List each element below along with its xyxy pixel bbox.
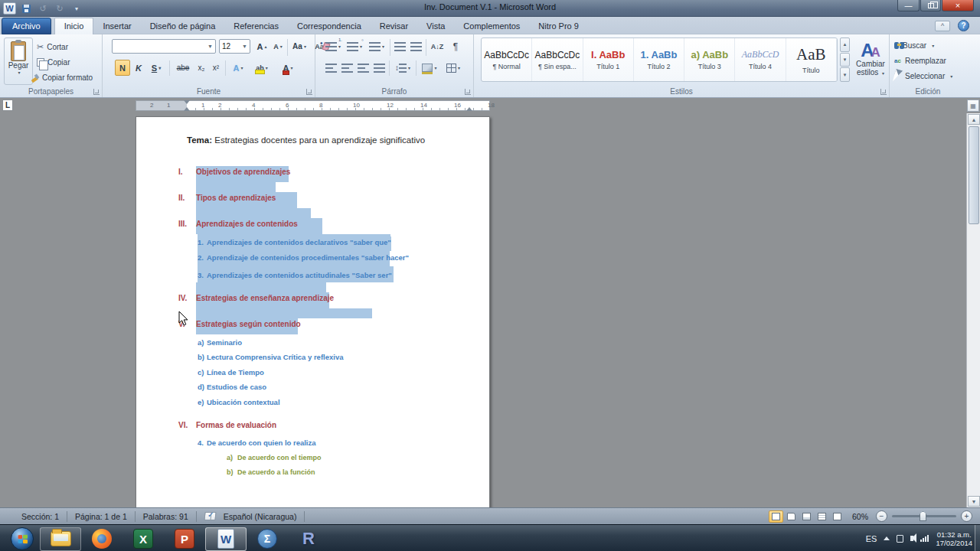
tab-archivo[interactable]: Archivo [2, 18, 51, 34]
gallery-more-icon[interactable]: ▼ [840, 67, 850, 82]
tab-dise-o-de-p-gina[interactable]: Diseño de página [141, 18, 225, 34]
shading-button[interactable]: ▾ [419, 60, 440, 76]
cut-button[interactable]: Cortar [37, 40, 68, 54]
first-line-indent-marker[interactable] [184, 100, 190, 104]
minimize-button[interactable]: — [897, 0, 920, 11]
copy-button[interactable]: Copiar [37, 55, 70, 69]
vertical-scrollbar[interactable]: ▲ ▼ [966, 113, 980, 507]
status-word-count[interactable]: Palabras: 91 [143, 512, 188, 521]
restore-button[interactable] [920, 0, 941, 11]
tab-complementos[interactable]: Complementos [454, 18, 529, 34]
action-center-icon[interactable] [897, 535, 903, 543]
tray-expand-icon[interactable] [884, 536, 890, 540]
scroll-up-icon[interactable]: ▲ [968, 114, 980, 125]
outline-item[interactable]: 3.Aprendizajes de contenidos actitudinal… [136, 271, 489, 283]
line-spacing-button[interactable]: ↕▾ [392, 60, 413, 76]
ruler-toggle-button[interactable]: ▦ [967, 99, 979, 112]
underline-button[interactable]: S▾ [146, 60, 166, 76]
bold-button[interactable]: N [115, 60, 130, 76]
gallery-down-icon[interactable]: ▼ [840, 53, 850, 67]
style-t-tulo-2[interactable]: 1. AaBbTítulo 2 [634, 38, 684, 81]
multilevel-list-button[interactable]: ▾ [366, 38, 387, 54]
clipboard-dialog-launcher-icon[interactable] [93, 89, 100, 95]
outline-item[interactable]: b)Lectura Comprensiva Crítica y reflexiv… [136, 353, 489, 365]
right-indent-marker[interactable] [466, 107, 472, 111]
outline-item[interactable]: III.Aprendizajes de contenidos [136, 220, 489, 232]
tab-inicio[interactable]: Inicio [54, 18, 94, 34]
strikethrough-button[interactable]: abe [172, 60, 194, 76]
document-title[interactable]: Tema: Estrategias docentes para un apren… [187, 135, 425, 145]
taskbar-excel-icon[interactable]: X [122, 527, 164, 551]
volume-icon[interactable] [910, 536, 913, 541]
language-indicator[interactable]: ES [866, 534, 877, 543]
align-center-button[interactable] [339, 60, 354, 76]
align-right-button[interactable] [355, 60, 371, 76]
change-case-button[interactable]: Aa▾ [289, 38, 309, 54]
collapse-ribbon-icon[interactable]: ^ [935, 21, 950, 31]
paste-button[interactable]: Pegar ▾ [4, 37, 33, 85]
scroll-down-icon[interactable]: ▼ [968, 496, 980, 507]
paragraph-dialog-launcher-icon[interactable] [465, 89, 471, 95]
outline-item[interactable]: c)Línea de Tiempo [136, 368, 489, 380]
taskbar-firefox-icon[interactable] [81, 527, 122, 551]
outline-item[interactable]: a)De acuerdo con el tiempo [136, 454, 489, 466]
close-button[interactable]: × [942, 0, 974, 11]
sort-button[interactable]: A↓Z [428, 38, 446, 54]
change-styles-button[interactable]: AA Cambiar estilos ▾ [854, 37, 887, 82]
style-sin-espa[interactable]: AaBbCcDc¶ Sin espa... [532, 38, 583, 81]
style-normal[interactable]: AaBbCcDc¶ Normal [482, 38, 532, 81]
outline-item[interactable]: e)Ubicación contextual [136, 398, 489, 410]
outline-item[interactable]: 4.De acuerdo con quien lo realiza [136, 439, 489, 451]
text-effects-button[interactable]: A▾ [228, 60, 248, 76]
tab-vista[interactable]: Vista [417, 18, 454, 34]
justify-button[interactable] [371, 60, 387, 76]
status-language[interactable]: Español (Nicaragua) [224, 512, 297, 521]
select-button[interactable]: Seleccionar▾ [894, 70, 952, 83]
taskbar-word-icon[interactable]: W [205, 527, 247, 551]
taskbar-explorer-icon[interactable] [40, 527, 81, 551]
taskbar-r-icon[interactable]: R [288, 527, 329, 551]
format-painter-button[interactable]: Copiar formato [31, 70, 93, 84]
taskbar-powerpoint-icon[interactable]: P [164, 527, 205, 551]
view-draft-button[interactable] [830, 510, 844, 523]
text-highlight-button[interactable]: ab▾ [250, 60, 273, 76]
show-desktop-button[interactable] [975, 525, 980, 551]
tab-revisar[interactable]: Revisar [371, 18, 417, 34]
scrollbar-thumb[interactable] [969, 126, 979, 224]
align-left-button[interactable] [323, 60, 338, 76]
show-marks-button[interactable]: ¶ [448, 38, 463, 54]
horizontal-ruler[interactable]: 21124681012141618 [136, 100, 490, 111]
zoom-slider-thumb[interactable] [920, 511, 926, 521]
tab-stop-selector[interactable]: L [2, 99, 13, 111]
find-button[interactable]: Buscar▾ [894, 39, 934, 52]
taskbar-clock[interactable]: 01:32 a.m. 17/02/2014 [936, 530, 972, 547]
gallery-up-icon[interactable]: ▲ [840, 37, 850, 52]
increase-indent-button[interactable] [408, 38, 423, 54]
spellcheck-icon[interactable] [204, 512, 216, 520]
zoom-out-icon[interactable]: − [876, 510, 887, 522]
grow-font-button[interactable]: A▴ [254, 38, 270, 54]
tab-insertar[interactable]: Insertar [93, 18, 140, 34]
outline-item[interactable]: I.Objetivos de aprendizajes [136, 168, 489, 180]
style-t-tulo-4[interactable]: AaBbCcDTítulo 4 [735, 38, 786, 81]
superscript-button[interactable]: x² [209, 60, 223, 76]
tab-correspondencia[interactable]: Correspondencia [288, 18, 371, 34]
font-dialog-launcher-icon[interactable] [306, 89, 312, 95]
shrink-font-button[interactable]: A▾ [270, 38, 286, 54]
zoom-in-icon[interactable]: + [961, 510, 972, 522]
style-t-tulo-3[interactable]: a) AaBbTítulo 3 [684, 38, 735, 81]
outline-item[interactable]: b)De acuerdo a la función [136, 468, 489, 481]
styles-dialog-launcher-icon[interactable] [880, 89, 887, 95]
start-button[interactable] [5, 527, 40, 551]
outline-item[interactable]: d)Estudios de caso [136, 383, 489, 395]
tab-nitro-pro-9[interactable]: Nitro Pro 9 [529, 18, 588, 34]
view-print-layout-button[interactable] [769, 510, 783, 523]
outline-item[interactable]: IV.Estrategias de enseñanza aprendizaje [136, 294, 489, 306]
outline-item[interactable]: II.Tipos de aprendizajes [136, 194, 489, 206]
style-t-tulo[interactable]: AaBTítulo [786, 38, 837, 81]
font-color-button[interactable]: A▾ [276, 60, 299, 76]
view-web-layout-button[interactable] [799, 510, 814, 523]
zoom-level[interactable]: 60% [852, 512, 868, 521]
italic-button[interactable]: K [132, 60, 145, 76]
status-section[interactable]: Sección: 1 [21, 512, 59, 521]
